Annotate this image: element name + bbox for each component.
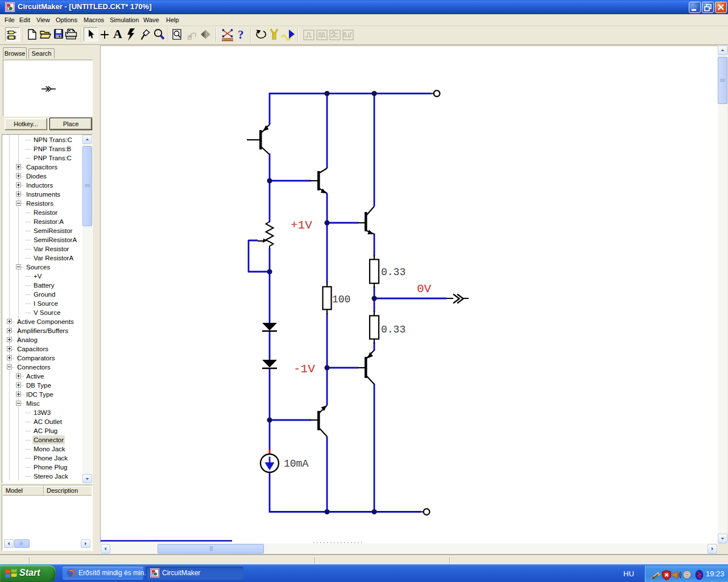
svg-text:10mA: 10mA — [284, 458, 308, 469]
svg-text:0.33: 0.33 — [381, 267, 406, 278]
svg-text:-1V: -1V — [293, 363, 315, 376]
svg-text:0.33: 0.33 — [381, 324, 406, 335]
svg-text:+1V: +1V — [291, 219, 312, 232]
svg-text:100: 100 — [332, 294, 350, 305]
svg-text:0V: 0V — [417, 282, 432, 296]
